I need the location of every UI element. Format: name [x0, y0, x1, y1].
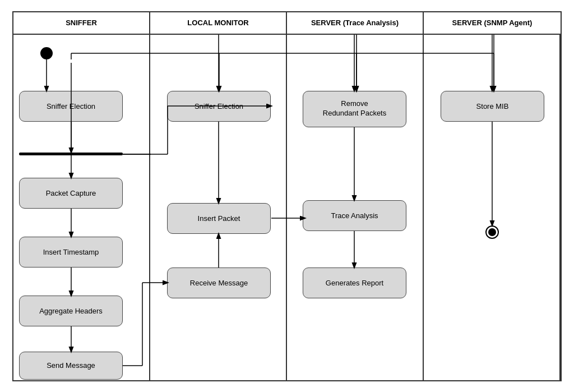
insert-timestamp-box: Insert Timestamp — [19, 237, 123, 268]
start-node — [40, 47, 53, 59]
body-row: Sniffer Election Packet Capture Insert T… — [13, 35, 561, 380]
lane-sniffer-body: Sniffer Election Packet Capture Insert T… — [13, 35, 150, 380]
fork-bar — [19, 153, 123, 155]
lane-localmonitor-body: Sniffer Election Insert Packet Receive M… — [150, 35, 287, 380]
receive-message-box: Receive Message — [167, 268, 271, 298]
insert-packet-box: Insert Packet — [167, 203, 271, 234]
diagram-container: SNIFFER LOCAL MONITOR SERVER (Trace Anal… — [12, 11, 562, 381]
server-snmp-arrows — [424, 35, 559, 380]
store-mib-box: Store MIB — [441, 91, 544, 122]
lane-header-server-snmp: SERVER (SNMP Agent) — [424, 12, 561, 34]
aggregate-headers-box: Aggregate Headers — [19, 296, 123, 326]
lane-header-sniffer: SNIFFER — [13, 12, 150, 34]
end-node-inner — [488, 228, 496, 236]
header-row: SNIFFER LOCAL MONITOR SERVER (Trace Anal… — [13, 12, 561, 35]
lane-server-snmp-body: Store MIB — [424, 35, 561, 380]
sniffer-election-box: Sniffer Election — [19, 91, 123, 122]
end-node — [485, 225, 499, 239]
generates-report-box: Generates Report — [303, 268, 406, 298]
sniffer-election-2-box: Sniffer Election — [167, 91, 271, 122]
trace-analysis-box: Trace Analysis — [303, 200, 406, 231]
send-message-box: Send Message — [19, 352, 123, 380]
remove-redundant-box: RemoveRedundant Packets — [303, 91, 406, 127]
lane-header-server-trace: SERVER (Trace Analysis) — [287, 12, 424, 34]
lane-server-trace-body: RemoveRedundant Packets Trace Analysis G… — [287, 35, 424, 380]
packet-capture-box: Packet Capture — [19, 178, 123, 209]
lane-header-localmonitor: LOCAL MONITOR — [150, 12, 287, 34]
